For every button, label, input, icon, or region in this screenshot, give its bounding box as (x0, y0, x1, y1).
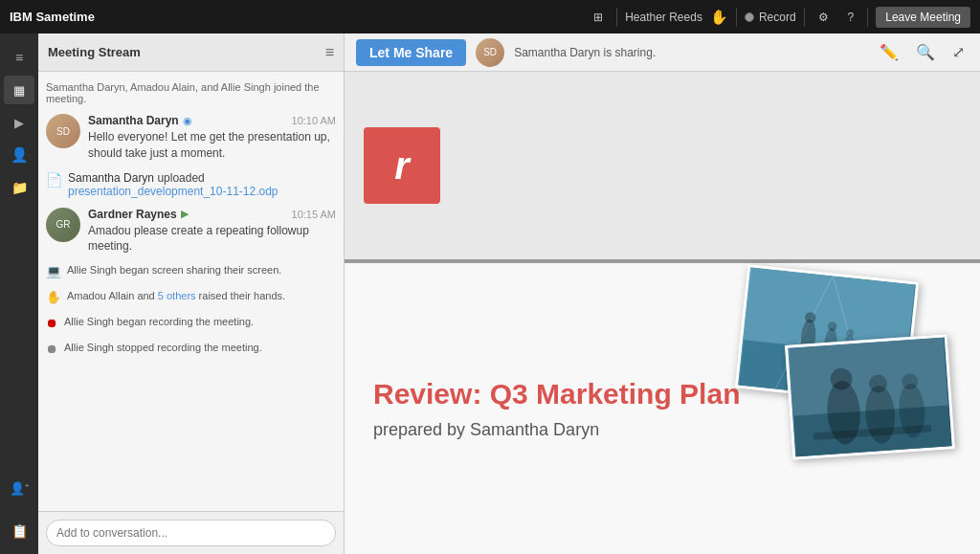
let-me-share-button[interactable]: Let Me Share (356, 39, 466, 66)
chat-header: Meeting Stream ≡ (38, 33, 344, 72)
grid-icon: ⊞ (593, 11, 603, 24)
sidebar-item-notes[interactable]: 📋 (4, 516, 34, 546)
main-content: ≡ ▦ ▶ 👤 📁 👤+ 📋 Meeting Stream ≡ Samantha… (0, 33, 980, 554)
activity-screen-share: 💻 Allie Singh began screen sharing their… (46, 262, 336, 280)
chat-title: Meeting Stream (48, 45, 141, 59)
chat-input-area (38, 511, 344, 554)
sharing-status: Samantha Daryn is sharing. (514, 46, 656, 59)
presentation-area: r Review: Q3 Marketing Plan prepared by … (345, 72, 980, 554)
msg-text-gardner: Amadou please create a repeating followu… (88, 223, 336, 255)
expand-icon: ⤢ (952, 44, 965, 60)
slide-images (731, 273, 951, 464)
msg-content-gardner: Gardner Raynes ▶ 10:15 AM Amadou please … (88, 208, 336, 255)
sharing-panel: Let Me Share SD Samantha Daryn is sharin… (345, 33, 980, 554)
zoom-icon: 🔍 (916, 44, 935, 60)
msg-sender-samantha: Samantha Daryn (88, 114, 179, 127)
activity-record-stop-text: Allie Singh stopped recording the meetin… (64, 342, 262, 353)
zoom-button[interactable]: 🔍 (912, 41, 939, 63)
upload-action: uploaded (157, 171, 204, 185)
avatar-gardner: GR (46, 208, 80, 242)
sharing-actions: ✏️ 🔍 ⤢ (876, 41, 969, 63)
slide-bottom: Review: Q3 Marketing Plan prepared by Sa… (345, 263, 980, 554)
gear-icon: ⚙ (818, 11, 829, 24)
chat-input[interactable] (46, 520, 336, 546)
activity-hands-text: Amadou Allain and 5 others raised their … (67, 290, 285, 301)
divider2 (736, 8, 737, 27)
grid-button[interactable]: ⊞ (588, 9, 609, 26)
sidebar-item-video[interactable]: ▶ (4, 108, 34, 137)
chat-message-samantha: SD Samantha Daryn ◉ 10:10 AM Hello every… (46, 114, 336, 162)
expand-button[interactable]: ⤢ (948, 41, 969, 63)
activity-raised-hands: ✋ Amadou Allain and 5 others raised thei… (46, 288, 336, 306)
divider (616, 8, 617, 27)
activity-record-start-text: Allie Singh began recording the meeting. (64, 316, 254, 327)
msg-sender-gardner: Gardner Raynes (88, 208, 177, 221)
record-dot (745, 12, 754, 22)
msg-header-gardner: Gardner Raynes ▶ 10:15 AM (88, 208, 336, 221)
activity-stopped-recording: ⏺ Allie Singh stopped recording the meet… (46, 340, 336, 358)
record-button[interactable]: Record (745, 11, 796, 24)
others-link[interactable]: 5 others (158, 290, 196, 301)
pencil-button[interactable]: ✏️ (876, 41, 902, 63)
upload-filename: presentation_development_10-11-12.odp (68, 185, 278, 198)
help-icon: ? (848, 11, 855, 24)
system-join-text: Samantha Daryn, Amadou Alain, and Allie … (46, 81, 320, 104)
sidebar-item-files[interactable]: 📁 (4, 173, 34, 202)
leave-meeting-button[interactable]: Leave Meeting (876, 7, 970, 28)
verified-icon-gardner: ▶ (181, 208, 189, 220)
slide-top: r (345, 72, 980, 263)
help-button[interactable]: ? (842, 9, 860, 26)
chat-menu-icon[interactable]: ≡ (325, 44, 334, 61)
sidebar-item-add-person[interactable]: 👤+ (4, 474, 34, 504)
record-start-icon: ⏺ (46, 316, 58, 330)
system-join-message: Samantha Daryn, Amadou Alain, and Allie … (46, 79, 336, 106)
chat-messages: Samantha Daryn, Amadou Alain, and Allie … (38, 72, 344, 511)
slide-logo: r (364, 127, 440, 204)
upload-icon: 📄 (46, 172, 62, 188)
settings-button[interactable]: ⚙ (813, 9, 835, 26)
sharer-avatar: SD (476, 38, 504, 67)
top-bar: IBM Sametime ⊞ Heather Reeds ✋ Record ⚙ … (0, 0, 980, 33)
msg-time-gardner: 10:15 AM (292, 209, 336, 220)
user-name: Heather Reeds (625, 11, 702, 24)
screen-share-icon: 💻 (46, 264, 61, 278)
hand-icon: ✋ (710, 9, 728, 26)
sidebar-item-people[interactable]: 👤 (4, 141, 34, 169)
activity-screen-text: Allie Singh began screen sharing their s… (67, 264, 281, 276)
add-person-icon: 👤+ (10, 481, 30, 496)
sharing-header: Let Me Share SD Samantha Daryn is sharin… (345, 33, 980, 72)
upload-text: Samantha Daryn uploaded presentation_dev… (68, 171, 278, 198)
upload-message: 📄 Samantha Daryn uploaded presentation_d… (46, 169, 336, 200)
upload-user: Samantha Daryn (68, 171, 154, 185)
sidebar-item-menu[interactable]: ≡ (4, 43, 34, 72)
pencil-icon: ✏️ (880, 44, 899, 60)
activity-began-recording: ⏺ Allie Singh began recording the meetin… (46, 314, 336, 332)
divider4 (867, 8, 868, 27)
record-label: Record (759, 11, 796, 24)
msg-time-samantha: 10:10 AM (292, 115, 336, 126)
chat-message-gardner: GR Gardner Raynes ▶ 10:15 AM Amadou plea… (46, 208, 336, 255)
msg-content-samantha: Samantha Daryn ◉ 10:10 AM Hello everyone… (88, 114, 336, 162)
app-title: IBM Sametime (10, 10, 95, 24)
verified-icon-samantha: ◉ (183, 115, 192, 127)
record-stop-icon: ⏺ (46, 342, 58, 356)
photo-front (785, 334, 955, 460)
sidebar-icons: ≡ ▦ ▶ 👤 📁 👤+ 📋 (0, 33, 38, 554)
msg-header-samantha: Samantha Daryn ◉ 10:10 AM (88, 114, 336, 127)
avatar-samantha: SD (46, 114, 80, 148)
sidebar-bottom: 👤+ 📋 (4, 206, 34, 554)
chat-panel: Meeting Stream ≡ Samantha Daryn, Amadou … (38, 33, 345, 554)
photo-front-img (788, 337, 952, 456)
sidebar-item-stream[interactable]: ▦ (4, 76, 34, 104)
divider3 (804, 8, 805, 27)
logo-letter: r (394, 144, 410, 188)
hand-raise-icon: ✋ (46, 290, 61, 304)
msg-text-samantha: Hello everyone! Let me get the presentat… (88, 129, 336, 162)
